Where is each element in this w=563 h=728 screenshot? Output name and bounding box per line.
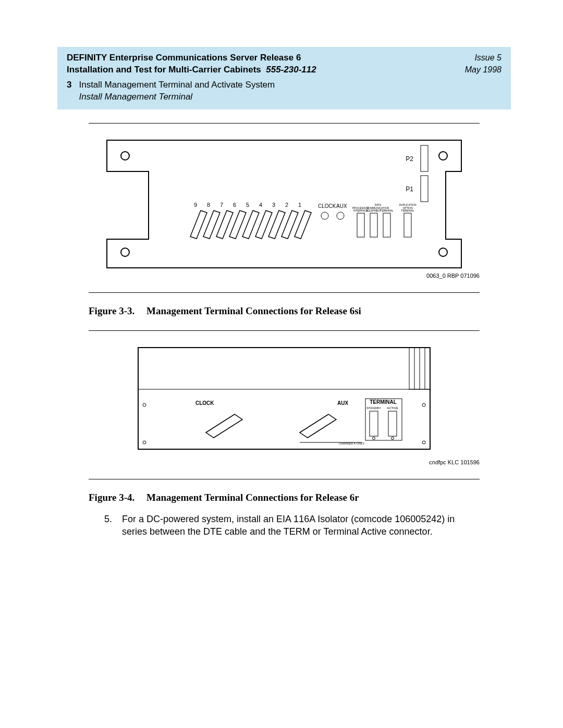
svg-point-53 — [391, 437, 394, 439]
fig3-drawing-code: 0063_0 RBP 071096 — [89, 273, 480, 279]
svg-text:TERMINAL: TERMINAL — [380, 209, 394, 212]
svg-text:1: 1 — [298, 202, 301, 208]
rule-below-fig4 — [89, 479, 480, 479]
svg-rect-50 — [370, 411, 378, 436]
doc-header: DEFINITY Enterprise Communications Serve… — [57, 47, 511, 109]
svg-rect-51 — [388, 411, 397, 436]
doc-subtitle: Installation and Test for Multi-Carrier … — [67, 64, 316, 76]
fig4-caption: Figure 3-4. Management Terminal Connecti… — [89, 492, 480, 503]
figure-3-3: P2 P1 9 8 7 6 5 4 3 2 1 — [89, 135, 480, 279]
svg-point-2 — [121, 248, 129, 256]
svg-text:P2: P2 — [406, 155, 413, 163]
svg-point-43 — [422, 441, 425, 444]
svg-rect-24 — [404, 213, 411, 237]
svg-point-20 — [337, 212, 344, 219]
svg-point-41 — [143, 441, 146, 444]
svg-text:TERMINAL: TERMINAL — [401, 209, 414, 212]
rule-below-fig3 — [89, 292, 480, 293]
chapter-title: Install Management Terminal and Activate… — [79, 80, 275, 90]
step-text: For a DC-powered system, install an EIA … — [122, 513, 480, 538]
svg-text:6: 6 — [233, 202, 236, 208]
rule-above-fig4 — [89, 330, 480, 331]
svg-rect-22 — [370, 213, 377, 237]
svg-text:2: 2 — [285, 202, 288, 208]
svg-rect-5 — [421, 176, 428, 202]
svg-text:TERMINAL: TERMINAL — [370, 399, 397, 405]
svg-text:AUX: AUX — [336, 203, 347, 209]
svg-text:7: 7 — [220, 202, 223, 208]
svg-rect-23 — [383, 213, 390, 237]
step-5: 5. For a DC-powered system, install an E… — [104, 513, 480, 538]
svg-point-19 — [321, 212, 328, 219]
svg-point-1 — [439, 152, 447, 160]
svg-text:8: 8 — [207, 202, 210, 208]
svg-text:EQUIPMENT: EQUIPMENT — [366, 209, 382, 212]
chapter-number: 3 — [67, 79, 71, 103]
svg-text:STANDBY: STANDBY — [366, 406, 381, 410]
doc-date: May 1998 — [465, 64, 501, 76]
svg-text:CLOCK: CLOCK — [318, 203, 336, 209]
rule-above-fig3 — [89, 123, 480, 124]
panel-6r-diagram: CLOCK AUX TERMINAL STANDBY ACTIVE CARRIE… — [133, 342, 435, 457]
svg-rect-4 — [421, 145, 428, 171]
svg-text:P1: P1 — [406, 186, 413, 193]
svg-text:AUX: AUX — [337, 400, 348, 406]
fig3-caption: Figure 3-3. Management Terminal Connecti… — [89, 305, 480, 317]
doc-title: DEFINITY Enterprise Communications Serve… — [67, 52, 301, 64]
svg-text:5: 5 — [246, 202, 249, 208]
chapter-sub: Install Management Terminal — [79, 91, 275, 103]
svg-text:ACTIVE: ACTIVE — [387, 406, 398, 410]
svg-text:CLOCK: CLOCK — [195, 400, 214, 406]
svg-point-3 — [439, 248, 447, 256]
svg-point-52 — [373, 437, 375, 439]
svg-rect-21 — [357, 213, 364, 237]
fig4-drawing-code: cndfpc KLC 101596 — [89, 459, 480, 465]
panel-6si-diagram: P2 P1 9 8 7 6 5 4 3 2 1 — [96, 135, 472, 270]
svg-point-0 — [121, 152, 129, 160]
doc-issue: Issue 5 — [474, 52, 501, 64]
svg-text:4: 4 — [259, 202, 262, 208]
step-number: 5. — [104, 513, 117, 538]
figure-3-4: CLOCK AUX TERMINAL STANDBY ACTIVE CARRIE… — [89, 342, 480, 465]
svg-point-42 — [422, 403, 425, 406]
svg-text:3: 3 — [272, 202, 275, 208]
svg-text:9: 9 — [194, 202, 197, 208]
svg-point-40 — [143, 403, 146, 406]
